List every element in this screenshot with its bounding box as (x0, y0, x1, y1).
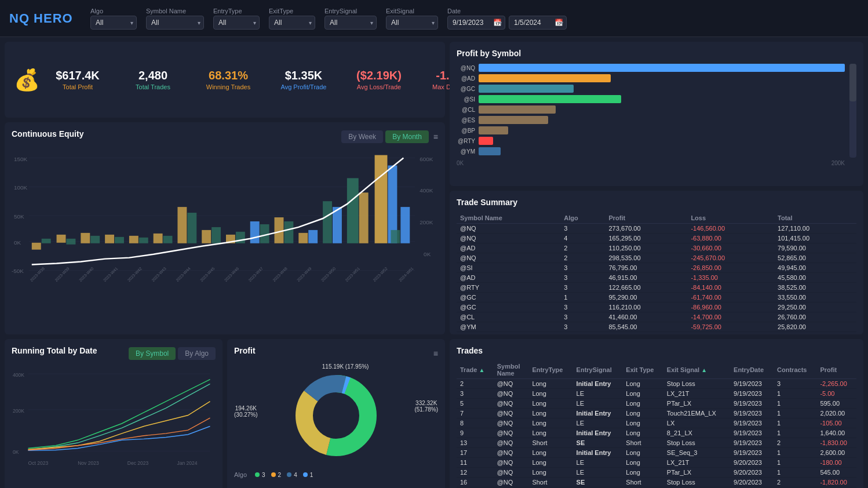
th-exitsignal[interactable]: Exit Signal ▲ (663, 361, 730, 379)
btn-by-week[interactable]: By Week (341, 130, 383, 143)
avg-loss-value: ($2.19K) (356, 69, 402, 82)
th-entrytype[interactable]: EntryType (528, 361, 572, 379)
donut-menu-icon[interactable]: ≡ (433, 349, 438, 358)
ts-loss: -59,725.00 (687, 322, 774, 332)
running-total-title: Running Total by Date (12, 346, 97, 355)
sort-arrow-exitsignal: ▲ (701, 367, 707, 373)
date-from-wrapper[interactable]: 📅 (447, 16, 505, 30)
table-row: 12 @NQ Long LE Long PTar_LX 9/20/2023 1 … (457, 468, 856, 478)
header-filters: Algo All Symbol Name All EntryType All (90, 8, 859, 30)
exitsignal-select[interactable]: All (386, 16, 438, 30)
t-contracts: 1 (774, 458, 816, 468)
ts-total: 79,590.00 (774, 243, 856, 253)
th-symbol[interactable]: SymbolName (494, 361, 529, 379)
bar-w47-blue (250, 221, 260, 243)
ts-profit: 41,460.00 (605, 312, 687, 322)
entrytype-label: EntryType (213, 8, 260, 14)
t-exittype: Long (622, 389, 663, 399)
trades-scroll[interactable]: Trade ▲ SymbolName EntryType EntrySignal… (457, 361, 856, 488)
ts-loss: -245,670.00 (687, 253, 774, 263)
th-exittype[interactable]: Exit Type (622, 361, 663, 379)
symbol-label-@GC: @GC (457, 86, 475, 92)
th-contracts[interactable]: Contracts (774, 361, 816, 379)
svg-text:150K: 150K (14, 156, 28, 162)
scrollbar-right[interactable] (849, 64, 856, 158)
trades-tbody: 2 @NQ Long Initial Entry Long Stop Loss … (457, 379, 856, 489)
algo-select-wrapper[interactable]: All (90, 16, 137, 30)
col-loss: Loss (687, 213, 774, 224)
equity-menu-icon[interactable]: ≡ (433, 132, 438, 141)
ts-algo: 3 (560, 282, 605, 292)
th-entrysignal[interactable]: EntrySignal (573, 361, 623, 379)
ts-algo: 3 (560, 322, 605, 332)
t-exittype: Long (622, 458, 663, 468)
trade-summary-scroll[interactable]: Symbol Name Algo Profit Loss Total @NQ 3… (457, 213, 856, 335)
entrysignal-select[interactable]: All (324, 16, 377, 30)
symbol-select-wrapper[interactable]: All (146, 16, 204, 30)
entrytype-select-wrapper[interactable]: All (213, 16, 260, 30)
line-yellow (28, 402, 210, 450)
bar-w42b (139, 238, 148, 243)
bar-w43 (154, 234, 163, 243)
t-symbol: @NQ (494, 448, 529, 458)
algo-select[interactable]: All (90, 16, 137, 30)
ts-profit: 116,210.00 (605, 302, 687, 312)
symbol-bars: @NQ @AD @GC @SI @CL @ES @BP @RTY (457, 64, 845, 155)
date-to-wrapper[interactable]: 📅 (509, 16, 567, 30)
symbol-select[interactable]: All (146, 16, 204, 30)
exitsignal-select-wrapper[interactable]: All (386, 16, 438, 30)
bar-w39-pos (57, 235, 66, 243)
svg-text:2023-W46: 2023-W46 (224, 266, 240, 282)
t-trade: 11 (457, 458, 494, 468)
exittype-select[interactable]: All (269, 16, 315, 30)
btn-by-month[interactable]: By Month (385, 130, 429, 143)
btn-by-algo[interactable]: By Algo (178, 347, 216, 360)
t-entrytype: Long (528, 418, 572, 428)
ts-total: 49,945.00 (774, 263, 856, 272)
t-trade: 13 (457, 438, 494, 448)
ts-algo: 2 (560, 253, 605, 263)
calendar-to-icon[interactable]: 📅 (555, 19, 563, 27)
t-exittype: Long (622, 468, 663, 478)
trade-summary-row: @NQ 4 165,295.00 -63,880.00 101,415.00 (457, 233, 856, 243)
entrytype-select[interactable]: All (213, 16, 260, 30)
svg-text:2024-W01: 2024-W01 (398, 266, 414, 282)
calendar-from-icon[interactable]: 📅 (493, 19, 502, 27)
t-exitsignal: PTar_LX (663, 399, 730, 409)
equity-header: Continuous Equity By Week By Month ≡ (12, 129, 438, 144)
ts-symbol: @SI (457, 263, 560, 272)
exittype-select-wrapper[interactable]: All (269, 16, 315, 30)
entrysignal-select-wrapper[interactable]: All (324, 16, 377, 30)
ts-profit: 273,670.00 (605, 223, 687, 233)
legend-label-2: 2 (278, 472, 282, 478)
t-entrytype: Long (528, 409, 572, 418)
ts-symbol: @GC (457, 302, 560, 312)
th-entrydate[interactable]: EntryDate (730, 361, 774, 379)
ts-profit: 76,795.00 (605, 263, 687, 272)
stat-total-trades: 2,480 Total Trades (127, 69, 179, 90)
ts-profit: 85,545.00 (605, 322, 687, 332)
annotation-left-value1: 194.26K (234, 405, 258, 411)
donut-legend: Algo 3 2 4 1 (234, 471, 438, 478)
bar-w52 (375, 155, 388, 243)
ts-symbol: @CL (457, 312, 560, 322)
t-entrysignal: Initial Entry (573, 409, 623, 418)
annotation-right-value: 332.32K (414, 400, 438, 406)
bar-w45 (202, 230, 211, 243)
t-symbol: @NQ (494, 458, 529, 468)
t-entrytype: Long (528, 389, 572, 399)
running-total-svg: 400K 200K 0K Oct 2023 (12, 366, 216, 476)
btn-by-symbol[interactable]: By Symbol (129, 347, 176, 360)
entrysignal-label: EntrySignal (324, 8, 377, 14)
bar-container-@YM (479, 147, 845, 155)
ts-loss: -86,960.00 (687, 302, 774, 312)
svg-text:Dec 2023: Dec 2023 (127, 460, 149, 466)
ts-loss: -146,560.00 (687, 223, 774, 233)
ts-loss: -84,140.00 (687, 282, 774, 292)
svg-text:0K: 0K (424, 251, 431, 257)
donut-annotation-top: 115.19K (17.95%) (322, 363, 369, 370)
t-exittype: Long (622, 379, 663, 389)
bar-w48b (284, 221, 293, 243)
th-profit[interactable]: Profit (816, 361, 856, 379)
th-trade[interactable]: Trade ▲ (457, 361, 494, 379)
